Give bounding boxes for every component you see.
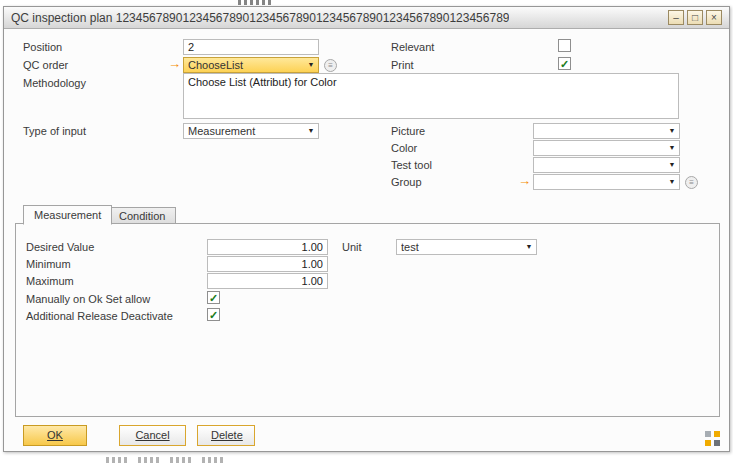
maximum-label: Maximum bbox=[26, 275, 74, 288]
qc-inspection-plan-dialog: QC inspection plan 123456789012345678901… bbox=[3, 6, 730, 452]
background-fragment-bottom-1 bbox=[106, 457, 128, 463]
unit-combo[interactable]: test ▼ bbox=[396, 239, 537, 255]
background-fragment-bottom-2 bbox=[138, 457, 160, 463]
link-arrow-icon[interactable]: → bbox=[518, 175, 532, 188]
measurement-tab-panel: Desired Value Unit test ▼ Minimum Maximu… bbox=[15, 223, 720, 417]
chevron-down-icon: ▼ bbox=[665, 175, 679, 189]
desired-value-label: Desired Value bbox=[26, 241, 94, 254]
chevron-down-icon: ▼ bbox=[522, 240, 536, 254]
test-tool-label: Test tool bbox=[391, 159, 432, 172]
position-label: Position bbox=[23, 41, 62, 54]
methodology-input[interactable]: Choose List (Attribut) for Color bbox=[183, 73, 679, 119]
additional-release-checkbox[interactable]: ✓ bbox=[207, 308, 220, 321]
additional-release-label: Additional Release Deactivate bbox=[26, 310, 173, 323]
chevron-down-icon: ▼ bbox=[665, 141, 679, 155]
chevron-down-icon: ▼ bbox=[665, 158, 679, 172]
unit-value: test bbox=[401, 241, 522, 253]
unit-label: Unit bbox=[342, 241, 362, 254]
window-controls: – □ × bbox=[668, 10, 722, 25]
close-icon[interactable]: × bbox=[706, 10, 722, 25]
chevron-down-icon: ▼ bbox=[304, 124, 318, 138]
group-label: Group bbox=[391, 176, 422, 189]
maximize-icon[interactable]: □ bbox=[687, 10, 703, 25]
tab-measurement[interactable]: Measurement bbox=[23, 205, 112, 225]
chevron-down-icon: ▼ bbox=[665, 124, 679, 138]
link-arrow-icon[interactable]: → bbox=[168, 58, 182, 71]
background-fragment-top bbox=[238, 0, 274, 5]
qc-order-label: QC order bbox=[23, 59, 68, 72]
picture-combo[interactable]: ▼ bbox=[533, 123, 680, 139]
color-label: Color bbox=[391, 142, 417, 155]
maximum-input[interactable] bbox=[207, 273, 328, 289]
print-checkbox[interactable]: ✓ bbox=[558, 57, 571, 70]
type-of-input-label: Type of input bbox=[23, 125, 86, 138]
chevron-down-icon: ▼ bbox=[304, 58, 318, 72]
background-fragment-bottom-4 bbox=[202, 457, 224, 463]
position-input[interactable] bbox=[183, 39, 319, 55]
qc-order-value: ChooseList bbox=[188, 59, 304, 71]
cancel-button[interactable]: Cancel bbox=[119, 425, 186, 446]
minimum-label: Minimum bbox=[26, 258, 71, 271]
desired-value-input[interactable] bbox=[207, 239, 328, 255]
minimum-input[interactable] bbox=[207, 256, 328, 272]
relevant-label: Relevant bbox=[391, 41, 434, 54]
manually-ok-checkbox[interactable]: ✓ bbox=[207, 291, 220, 304]
title-bar[interactable]: QC inspection plan 123456789012345678901… bbox=[4, 7, 729, 29]
choose-list-icon[interactable]: ≡ bbox=[324, 59, 337, 72]
picture-label: Picture bbox=[391, 125, 425, 138]
delete-button[interactable]: Delete bbox=[197, 425, 255, 446]
minimize-icon[interactable]: – bbox=[668, 10, 684, 25]
relevant-checkbox[interactable] bbox=[558, 39, 571, 52]
type-of-input-combo[interactable]: Measurement ▼ bbox=[183, 123, 319, 139]
group-combo[interactable]: ▼ bbox=[533, 174, 680, 190]
form-settings-grid-icon[interactable] bbox=[705, 431, 720, 446]
manually-ok-label: Manually on Ok Set allow bbox=[26, 293, 150, 306]
window-title: QC inspection plan 123456789012345678901… bbox=[11, 11, 509, 25]
ok-button[interactable]: OK bbox=[23, 425, 87, 446]
test-tool-combo[interactable]: ▼ bbox=[533, 157, 680, 173]
color-combo[interactable]: ▼ bbox=[533, 140, 680, 156]
type-of-input-value: Measurement bbox=[188, 125, 304, 137]
print-label: Print bbox=[391, 59, 414, 72]
methodology-label: Methodology bbox=[23, 77, 86, 90]
qc-order-combo[interactable]: ChooseList ▼ bbox=[183, 57, 319, 73]
choose-list-icon[interactable]: ≡ bbox=[685, 176, 698, 189]
background-fragment-bottom-3 bbox=[170, 457, 192, 463]
